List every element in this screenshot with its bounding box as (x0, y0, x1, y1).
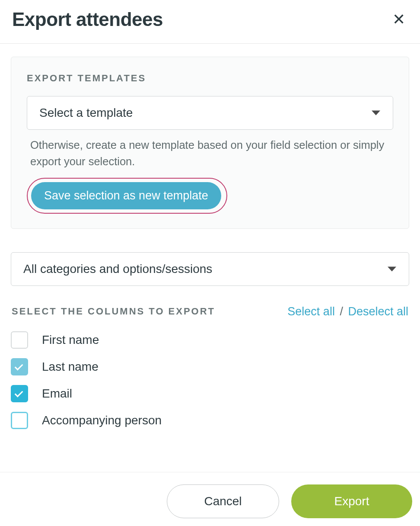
deselect-all-link[interactable]: Deselect all (348, 305, 408, 318)
modal-footer: Cancel Export (0, 472, 420, 526)
cancel-button[interactable]: Cancel (167, 484, 279, 518)
close-icon: ✕ (392, 10, 405, 28)
template-select[interactable]: Select a template (27, 96, 393, 130)
caret-down-icon (388, 266, 396, 271)
select-all-link[interactable]: Select all (287, 305, 335, 318)
column-option-last-name: Last name (11, 358, 409, 375)
checkbox-label: First name (42, 333, 99, 347)
export-button[interactable]: Export (291, 484, 412, 518)
checkbox-first-name[interactable] (11, 331, 28, 349)
columns-heading: SELECT THE COLUMNS TO EXPORT (12, 306, 215, 317)
modal-title: Export attendees (12, 9, 163, 30)
caret-down-icon (372, 111, 380, 115)
checkbox-label: Email (42, 387, 72, 401)
close-button[interactable]: ✕ (390, 12, 408, 27)
checkmark-icon (15, 362, 23, 370)
export-templates-panel: EXPORT TEMPLATES Select a template Other… (11, 57, 409, 229)
columns-checkbox-list: First name Last name Email Accompanying … (11, 331, 409, 429)
checkbox-last-name[interactable] (11, 358, 28, 375)
action-separator: / (340, 305, 343, 318)
checkbox-accompanying-person[interactable] (11, 412, 28, 429)
checkbox-label: Accompanying person (42, 414, 162, 427)
template-select-value: Select a template (39, 106, 133, 120)
save-template-highlight: Save selection as new template (27, 178, 227, 214)
template-helper-text: Otherwise, create a new template based o… (30, 137, 393, 170)
category-select[interactable]: All categories and options/sessions (11, 252, 409, 286)
select-actions: Select all / Deselect all (287, 305, 408, 318)
checkbox-label: Last name (42, 360, 99, 374)
column-option-email: Email (11, 385, 409, 402)
category-select-value: All categories and options/sessions (23, 262, 212, 276)
column-option-accompanying-person: Accompanying person (11, 412, 409, 429)
save-template-button[interactable]: Save selection as new template (31, 182, 221, 209)
column-option-first-name: First name (11, 331, 409, 349)
checkbox-email[interactable] (11, 385, 28, 402)
export-templates-heading: EXPORT TEMPLATES (27, 73, 393, 84)
checkmark-icon (15, 388, 23, 397)
